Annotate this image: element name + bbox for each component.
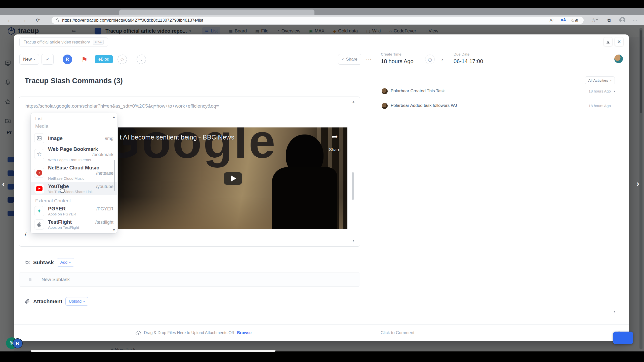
forward-icon[interactable]: → — [20, 16, 28, 24]
chevron-right-icon[interactable]: › — [441, 57, 443, 62]
presence-avatar-r[interactable]: R — [13, 338, 23, 348]
section-header-external: External Content — [31, 197, 117, 204]
due-date-value[interactable]: 06-14 17:00 — [454, 58, 483, 65]
menu-item-bookmark[interactable]: ☆ Web Page Bookmark/bookmark Web Pages F… — [31, 145, 117, 163]
follower-avatar[interactable] — [614, 55, 623, 63]
browser-tab[interactable] — [119, 10, 314, 15]
panel-scroll-down-icon[interactable]: ▼ — [613, 310, 616, 313]
attachment-dropzone[interactable]: Drag & Drop Files Here to Upload Attachm… — [14, 324, 373, 341]
image-icon — [34, 133, 44, 143]
task-title[interactable]: Tracup Slash Commands (3) — [25, 77, 123, 85]
letterbox-top — [0, 0, 644, 8]
share-icon: < — [342, 57, 344, 61]
task-breadcrumb[interactable]: Tracup official article video repository… — [19, 37, 108, 47]
translate-icon[interactable]: aA — [561, 18, 566, 22]
activity-panel: Create Time 18 hours Ago ◷ › Due Date 06… — [373, 34, 629, 324]
toolbar-divider — [56, 55, 56, 64]
activity-row: Polarbear Added task followers WJ 18 hou… — [373, 102, 629, 110]
assignee-avatar[interactable]: R — [63, 55, 72, 64]
editor-scroll-up-icon[interactable]: ▲ — [351, 100, 356, 103]
browse-link[interactable]: Browse — [237, 331, 252, 335]
share-button[interactable]: <Share — [338, 54, 361, 65]
slash-command-menu: List Media Image/img ☆ Web Page Bookmark… — [31, 113, 117, 233]
panel-collapse-left-icon[interactable]: ‹ — [2, 179, 5, 189]
due-date-label: Due Date — [454, 52, 469, 56]
activity-filter-button[interactable]: All Activities▾ — [585, 76, 615, 84]
menu-scrollbar-thumb[interactable] — [114, 160, 115, 191]
video-play-button[interactable] — [224, 172, 242, 185]
menu-item-list[interactable]: List — [31, 115, 117, 122]
menu-scroll-down-icon[interactable]: ▼ — [112, 228, 115, 232]
panel-scroll-up-icon[interactable]: ▲ — [613, 90, 616, 93]
add-subtask-button[interactable]: Add▾ — [57, 258, 74, 267]
paperclip-icon — [25, 299, 30, 304]
polarbear-avatar — [382, 88, 388, 94]
video-thumbnail-person — [269, 134, 337, 229]
chevron-down-icon: ▾ — [34, 58, 35, 61]
subtask-bullet-icon — [29, 278, 31, 281]
breadcrumb-title: Tracup official article video repository — [24, 40, 90, 44]
editor-url-text: https://scholar.google.com/scholar?hl=en… — [25, 103, 347, 109]
editor-slash-char: / — [25, 231, 26, 237]
refresh-icon[interactable]: ⟳ — [34, 16, 42, 24]
editor-scrollbar-thumb[interactable] — [352, 172, 354, 200]
attachment-section-header: Attachment Upload▾ — [25, 297, 88, 306]
menu-item-pgyer[interactable]: ✦ PGYER/PGYER Apps on PGYER — [31, 204, 117, 218]
testflight-apple-icon — [34, 219, 44, 230]
menu-item-testflight[interactable]: TestFlight/testflight Apps on TestFlight — [31, 218, 117, 231]
browser-profile-avatar[interactable] — [619, 17, 625, 23]
subtask-section-header: Subtask Add▾ — [25, 258, 74, 267]
horizontal-scrollbar[interactable] — [31, 350, 275, 352]
video-title-overlay[interactable]: t AI become sentient being - BBC News — [120, 133, 234, 141]
more-options-icon[interactable]: ··· — [366, 56, 372, 62]
youtube-icon — [34, 184, 44, 194]
activity-row: Polarbear Created This Task 18 hours Ago — [373, 88, 629, 95]
clock-icon[interactable]: ◷ — [425, 55, 435, 64]
bookmark-star-icon: ☆ — [34, 149, 44, 159]
url-text: https://pgyer.tracup.com/projects/0a8427… — [62, 18, 203, 23]
browser-toolbar: ← → ⟳ https://pgyer.tracup.com/projects/… — [0, 15, 644, 25]
menu-scroll-up-icon[interactable]: ▲ — [112, 115, 115, 119]
favorite-star-icon[interactable]: ☆⊕ — [571, 18, 579, 23]
share-arrow-icon: ➦ — [329, 132, 340, 141]
browser-menu-icon[interactable]: ⋯ — [631, 16, 639, 24]
menu-item-youtube[interactable]: YouTube/youtube YouTube Video Share Link — [31, 182, 117, 195]
chevron-down-icon: ▾ — [83, 300, 85, 303]
chevron-down-icon: ▾ — [69, 261, 71, 264]
menu-item-image[interactable]: Image/img — [31, 132, 117, 145]
add-milestone-icon[interactable]: ◇ — [117, 55, 127, 64]
complete-task-button[interactable]: ✓ — [42, 54, 54, 65]
collections-icon[interactable]: ⧉ — [605, 16, 613, 24]
tag-eblog[interactable]: eBlog — [95, 55, 113, 63]
panel-expand-right-icon[interactable]: › — [636, 178, 639, 188]
read-aloud-icon[interactable]: A⁾ — [549, 18, 553, 23]
cloud-upload-icon — [135, 330, 141, 336]
header-divider — [410, 51, 410, 66]
back-icon[interactable]: ← — [6, 16, 14, 24]
address-bar[interactable]: https://pgyer.tracup.com/projects/0a8427… — [52, 17, 584, 24]
add-status-icon[interactable]: ⌄ — [137, 55, 146, 64]
priority-flag-icon[interactable]: ⚑ — [81, 56, 88, 64]
chevron-down-icon: ▾ — [610, 79, 612, 82]
video-share-button[interactable]: ➦ Share — [329, 132, 340, 152]
section-header-media: Media — [31, 122, 117, 130]
task-modal: Tracup official article video repository… — [14, 34, 629, 341]
comment-bar[interactable]: Click to Comment ☺ — [373, 324, 629, 341]
new-dropdown-button[interactable]: New▾ — [19, 54, 39, 65]
polarbear-avatar — [382, 103, 388, 109]
menu-item-netease[interactable]: ♪ NetEase Cloud Music/netease NetEase Cl… — [31, 163, 117, 182]
upload-button[interactable]: Upload▾ — [65, 297, 88, 306]
netease-music-icon: ♪ — [34, 168, 44, 178]
letterbox-bottom — [0, 351, 644, 362]
create-time-label: Create Time — [381, 52, 401, 56]
send-button[interactable] — [613, 332, 633, 344]
favorites-bar-icon[interactable]: ☆≡ — [591, 16, 599, 24]
youtube-embed[interactable]: Google t AI become sentient being - BBC … — [118, 127, 347, 229]
check-icon: ✓ — [46, 57, 49, 62]
browser-tabstrip — [0, 8, 644, 15]
new-subtask-input[interactable]: New Subtask — [19, 273, 360, 287]
screenshot-stage: ← → ⟳ https://pgyer.tracup.com/projects/… — [0, 0, 644, 362]
hand-cursor — [59, 186, 66, 194]
editor-scroll-down-icon[interactable]: ▼ — [351, 239, 356, 242]
subtask-tree-icon — [25, 260, 30, 265]
